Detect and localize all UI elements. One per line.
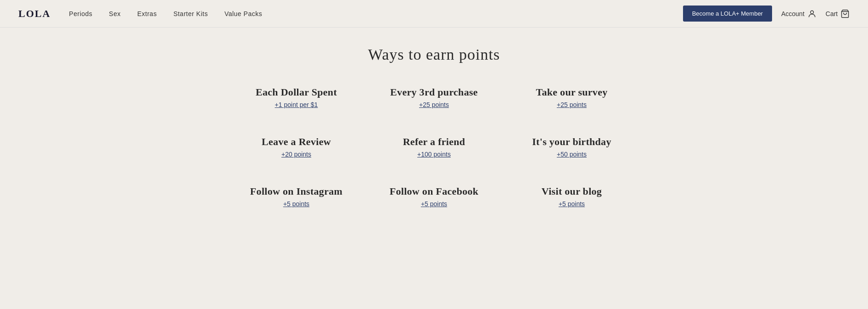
reward-item-blog: Visit our blog +5 points — [503, 185, 641, 208]
svg-point-0 — [810, 11, 813, 14]
cart-icon — [840, 9, 850, 18]
page-title: Ways to earn points — [28, 46, 840, 63]
reward-title-refer: Refer a friend — [403, 136, 465, 148]
reward-points-instagram[interactable]: +5 points — [283, 200, 309, 208]
reward-points-blog[interactable]: +5 points — [559, 200, 585, 208]
become-member-button[interactable]: Become a LOLA+ Member — [683, 6, 772, 22]
reward-item-birthday: It's your birthday +50 points — [503, 136, 641, 158]
nav-item-starter-kits[interactable]: Starter Kits — [174, 10, 208, 17]
account-link[interactable]: Account — [781, 9, 817, 18]
reward-item-survey: Take our survey +25 points — [503, 86, 641, 108]
reward-title-birthday: It's your birthday — [532, 136, 611, 148]
reward-points-facebook[interactable]: +5 points — [421, 200, 447, 208]
rewards-grid: Each Dollar Spent +1 point per $1 Every … — [228, 86, 641, 208]
reward-item-instagram: Follow on Instagram +5 points — [228, 185, 365, 208]
site-header: LOLA Periods Sex Extras Starter Kits Val… — [0, 0, 868, 28]
reward-title-instagram: Follow on Instagram — [250, 185, 342, 197]
account-icon — [807, 9, 817, 18]
cart-label: Cart — [826, 10, 838, 17]
main-content: Ways to earn points Each Dollar Spent +1… — [0, 28, 868, 235]
reward-title-survey: Take our survey — [536, 86, 607, 98]
reward-points-3rd-purchase[interactable]: +25 points — [419, 101, 449, 108]
cart-link[interactable]: Cart — [826, 9, 850, 18]
nav-item-value-packs[interactable]: Value Packs — [224, 10, 262, 17]
reward-title-each-dollar: Each Dollar Spent — [256, 86, 337, 98]
reward-points-survey[interactable]: +25 points — [557, 101, 587, 108]
reward-points-review[interactable]: +20 points — [281, 151, 311, 158]
main-nav: Periods Sex Extras Starter Kits Value Pa… — [69, 10, 262, 17]
reward-points-each-dollar[interactable]: +1 point per $1 — [275, 101, 318, 108]
reward-item-3rd-purchase: Every 3rd purchase +25 points — [365, 86, 503, 108]
header-left: LOLA Periods Sex Extras Starter Kits Val… — [18, 8, 262, 20]
account-label: Account — [781, 10, 805, 17]
reward-item-each-dollar: Each Dollar Spent +1 point per $1 — [228, 86, 365, 108]
reward-title-review: Leave a Review — [262, 136, 331, 148]
reward-points-refer[interactable]: +100 points — [417, 151, 451, 158]
reward-item-refer: Refer a friend +100 points — [365, 136, 503, 158]
nav-item-sex[interactable]: Sex — [109, 10, 121, 17]
logo[interactable]: LOLA — [18, 8, 50, 20]
nav-item-extras[interactable]: Extras — [137, 10, 157, 17]
reward-item-facebook: Follow on Facebook +5 points — [365, 185, 503, 208]
reward-title-3rd-purchase: Every 3rd purchase — [390, 86, 478, 98]
reward-title-facebook: Follow on Facebook — [390, 185, 479, 197]
header-right: Become a LOLA+ Member Account Cart — [683, 6, 850, 22]
reward-item-review: Leave a Review +20 points — [228, 136, 365, 158]
reward-title-blog: Visit our blog — [542, 185, 602, 197]
reward-points-birthday[interactable]: +50 points — [557, 151, 587, 158]
nav-item-periods[interactable]: Periods — [69, 10, 92, 17]
